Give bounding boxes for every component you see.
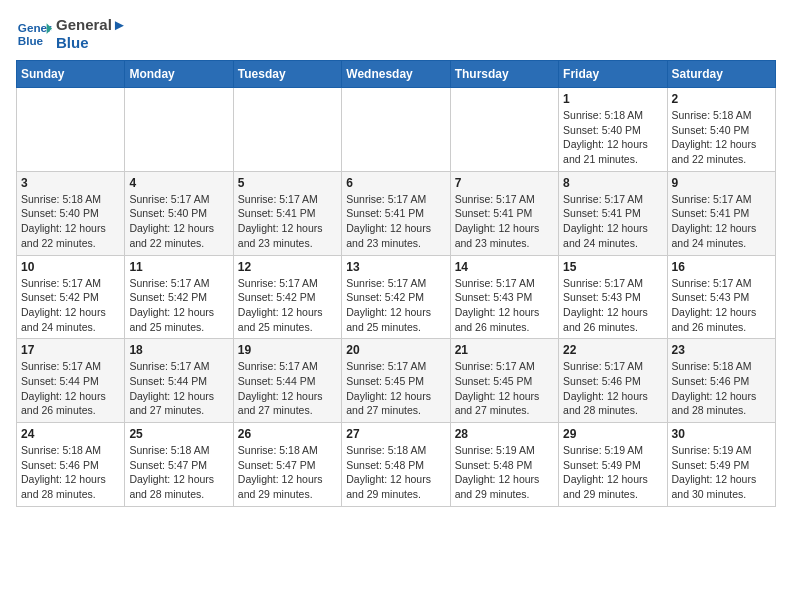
day-number: 14 xyxy=(455,260,554,274)
calendar-cell: 7Sunrise: 5:17 AM Sunset: 5:41 PM Daylig… xyxy=(450,171,558,255)
calendar-week-2: 3Sunrise: 5:18 AM Sunset: 5:40 PM Daylig… xyxy=(17,171,776,255)
calendar-cell: 30Sunrise: 5:19 AM Sunset: 5:49 PM Dayli… xyxy=(667,423,775,507)
day-number: 15 xyxy=(563,260,662,274)
calendar-cell: 25Sunrise: 5:18 AM Sunset: 5:47 PM Dayli… xyxy=(125,423,233,507)
weekday-header-tuesday: Tuesday xyxy=(233,61,341,88)
page-header: General Blue General► Blue xyxy=(16,16,776,52)
day-number: 24 xyxy=(21,427,120,441)
day-info: Sunrise: 5:17 AM Sunset: 5:41 PM Dayligh… xyxy=(563,192,662,251)
day-info: Sunrise: 5:19 AM Sunset: 5:49 PM Dayligh… xyxy=(563,443,662,502)
calendar-cell: 17Sunrise: 5:17 AM Sunset: 5:44 PM Dayli… xyxy=(17,339,125,423)
day-info: Sunrise: 5:17 AM Sunset: 5:44 PM Dayligh… xyxy=(238,359,337,418)
calendar-week-4: 17Sunrise: 5:17 AM Sunset: 5:44 PM Dayli… xyxy=(17,339,776,423)
day-info: Sunrise: 5:17 AM Sunset: 5:42 PM Dayligh… xyxy=(21,276,120,335)
calendar-cell xyxy=(17,88,125,172)
calendar-cell: 24Sunrise: 5:18 AM Sunset: 5:46 PM Dayli… xyxy=(17,423,125,507)
day-number: 13 xyxy=(346,260,445,274)
day-info: Sunrise: 5:18 AM Sunset: 5:40 PM Dayligh… xyxy=(563,108,662,167)
calendar-cell: 18Sunrise: 5:17 AM Sunset: 5:44 PM Dayli… xyxy=(125,339,233,423)
calendar-cell: 9Sunrise: 5:17 AM Sunset: 5:41 PM Daylig… xyxy=(667,171,775,255)
day-number: 22 xyxy=(563,343,662,357)
day-info: Sunrise: 5:18 AM Sunset: 5:46 PM Dayligh… xyxy=(672,359,771,418)
calendar-cell: 11Sunrise: 5:17 AM Sunset: 5:42 PM Dayli… xyxy=(125,255,233,339)
calendar-cell: 14Sunrise: 5:17 AM Sunset: 5:43 PM Dayli… xyxy=(450,255,558,339)
calendar-cell xyxy=(233,88,341,172)
day-info: Sunrise: 5:18 AM Sunset: 5:40 PM Dayligh… xyxy=(672,108,771,167)
day-info: Sunrise: 5:17 AM Sunset: 5:41 PM Dayligh… xyxy=(672,192,771,251)
day-number: 10 xyxy=(21,260,120,274)
day-number: 9 xyxy=(672,176,771,190)
day-info: Sunrise: 5:17 AM Sunset: 5:40 PM Dayligh… xyxy=(129,192,228,251)
calendar-cell xyxy=(125,88,233,172)
calendar-cell: 26Sunrise: 5:18 AM Sunset: 5:47 PM Dayli… xyxy=(233,423,341,507)
calendar-cell: 5Sunrise: 5:17 AM Sunset: 5:41 PM Daylig… xyxy=(233,171,341,255)
day-number: 21 xyxy=(455,343,554,357)
day-number: 5 xyxy=(238,176,337,190)
logo-text: General► Blue xyxy=(56,16,127,52)
calendar-header: SundayMondayTuesdayWednesdayThursdayFrid… xyxy=(17,61,776,88)
day-number: 18 xyxy=(129,343,228,357)
day-info: Sunrise: 5:18 AM Sunset: 5:47 PM Dayligh… xyxy=(129,443,228,502)
calendar-cell: 1Sunrise: 5:18 AM Sunset: 5:40 PM Daylig… xyxy=(559,88,667,172)
calendar-week-3: 10Sunrise: 5:17 AM Sunset: 5:42 PM Dayli… xyxy=(17,255,776,339)
day-number: 25 xyxy=(129,427,228,441)
weekday-header-sunday: Sunday xyxy=(17,61,125,88)
day-info: Sunrise: 5:18 AM Sunset: 5:48 PM Dayligh… xyxy=(346,443,445,502)
day-info: Sunrise: 5:19 AM Sunset: 5:48 PM Dayligh… xyxy=(455,443,554,502)
day-info: Sunrise: 5:17 AM Sunset: 5:41 PM Dayligh… xyxy=(238,192,337,251)
calendar-cell: 20Sunrise: 5:17 AM Sunset: 5:45 PM Dayli… xyxy=(342,339,450,423)
calendar-cell: 28Sunrise: 5:19 AM Sunset: 5:48 PM Dayli… xyxy=(450,423,558,507)
calendar-cell: 22Sunrise: 5:17 AM Sunset: 5:46 PM Dayli… xyxy=(559,339,667,423)
calendar-cell: 3Sunrise: 5:18 AM Sunset: 5:40 PM Daylig… xyxy=(17,171,125,255)
calendar-cell: 29Sunrise: 5:19 AM Sunset: 5:49 PM Dayli… xyxy=(559,423,667,507)
calendar-cell: 23Sunrise: 5:18 AM Sunset: 5:46 PM Dayli… xyxy=(667,339,775,423)
calendar-cell: 13Sunrise: 5:17 AM Sunset: 5:42 PM Dayli… xyxy=(342,255,450,339)
day-number: 29 xyxy=(563,427,662,441)
day-number: 27 xyxy=(346,427,445,441)
day-number: 20 xyxy=(346,343,445,357)
calendar-cell: 19Sunrise: 5:17 AM Sunset: 5:44 PM Dayli… xyxy=(233,339,341,423)
day-number: 26 xyxy=(238,427,337,441)
calendar-cell xyxy=(450,88,558,172)
day-number: 8 xyxy=(563,176,662,190)
day-info: Sunrise: 5:17 AM Sunset: 5:42 PM Dayligh… xyxy=(238,276,337,335)
weekday-header-saturday: Saturday xyxy=(667,61,775,88)
day-info: Sunrise: 5:17 AM Sunset: 5:43 PM Dayligh… xyxy=(672,276,771,335)
day-number: 28 xyxy=(455,427,554,441)
day-number: 1 xyxy=(563,92,662,106)
weekday-header-friday: Friday xyxy=(559,61,667,88)
calendar-cell: 2Sunrise: 5:18 AM Sunset: 5:40 PM Daylig… xyxy=(667,88,775,172)
day-info: Sunrise: 5:17 AM Sunset: 5:44 PM Dayligh… xyxy=(129,359,228,418)
calendar-cell: 8Sunrise: 5:17 AM Sunset: 5:41 PM Daylig… xyxy=(559,171,667,255)
calendar-cell: 16Sunrise: 5:17 AM Sunset: 5:43 PM Dayli… xyxy=(667,255,775,339)
day-number: 16 xyxy=(672,260,771,274)
calendar-cell: 10Sunrise: 5:17 AM Sunset: 5:42 PM Dayli… xyxy=(17,255,125,339)
calendar-table: SundayMondayTuesdayWednesdayThursdayFrid… xyxy=(16,60,776,507)
calendar-week-1: 1Sunrise: 5:18 AM Sunset: 5:40 PM Daylig… xyxy=(17,88,776,172)
calendar-week-5: 24Sunrise: 5:18 AM Sunset: 5:46 PM Dayli… xyxy=(17,423,776,507)
logo-icon: General Blue xyxy=(16,16,52,52)
calendar-cell: 6Sunrise: 5:17 AM Sunset: 5:41 PM Daylig… xyxy=(342,171,450,255)
day-number: 2 xyxy=(672,92,771,106)
day-info: Sunrise: 5:17 AM Sunset: 5:43 PM Dayligh… xyxy=(563,276,662,335)
day-info: Sunrise: 5:19 AM Sunset: 5:49 PM Dayligh… xyxy=(672,443,771,502)
day-info: Sunrise: 5:17 AM Sunset: 5:44 PM Dayligh… xyxy=(21,359,120,418)
weekday-header-monday: Monday xyxy=(125,61,233,88)
svg-text:Blue: Blue xyxy=(18,34,44,47)
day-info: Sunrise: 5:18 AM Sunset: 5:40 PM Dayligh… xyxy=(21,192,120,251)
day-info: Sunrise: 5:17 AM Sunset: 5:41 PM Dayligh… xyxy=(346,192,445,251)
day-number: 11 xyxy=(129,260,228,274)
calendar-cell: 15Sunrise: 5:17 AM Sunset: 5:43 PM Dayli… xyxy=(559,255,667,339)
day-info: Sunrise: 5:17 AM Sunset: 5:43 PM Dayligh… xyxy=(455,276,554,335)
day-info: Sunrise: 5:17 AM Sunset: 5:42 PM Dayligh… xyxy=(129,276,228,335)
calendar-cell: 4Sunrise: 5:17 AM Sunset: 5:40 PM Daylig… xyxy=(125,171,233,255)
day-number: 3 xyxy=(21,176,120,190)
day-info: Sunrise: 5:17 AM Sunset: 5:45 PM Dayligh… xyxy=(455,359,554,418)
logo: General Blue General► Blue xyxy=(16,16,127,52)
day-info: Sunrise: 5:17 AM Sunset: 5:42 PM Dayligh… xyxy=(346,276,445,335)
day-number: 6 xyxy=(346,176,445,190)
day-number: 7 xyxy=(455,176,554,190)
calendar-cell: 21Sunrise: 5:17 AM Sunset: 5:45 PM Dayli… xyxy=(450,339,558,423)
weekday-header-thursday: Thursday xyxy=(450,61,558,88)
day-info: Sunrise: 5:17 AM Sunset: 5:41 PM Dayligh… xyxy=(455,192,554,251)
